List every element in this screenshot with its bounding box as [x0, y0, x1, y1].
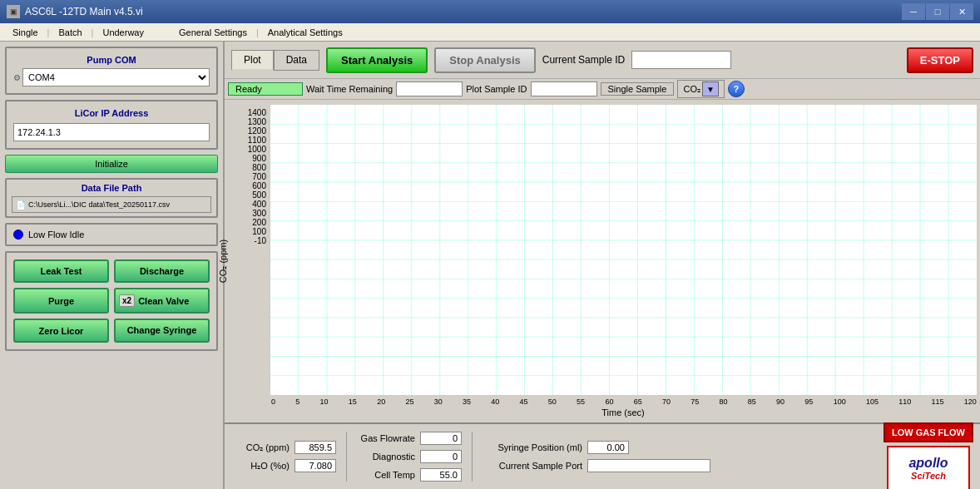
- zero-licor-button[interactable]: Zero Licor: [13, 319, 109, 343]
- status-label: Low Flow Idle: [28, 230, 84, 240]
- cell-temp-value: 55.0: [420, 468, 462, 482]
- menu-general-settings[interactable]: General Settings: [170, 23, 256, 41]
- info-button[interactable]: ?: [728, 81, 745, 97]
- maximize-button[interactable]: □: [926, 3, 949, 20]
- y-axis-labels: -10 100 200 300 400 500 600 700 800 900 …: [228, 105, 270, 249]
- button-grid: Leak Test Discharge Purge x2 Clean Valve…: [10, 256, 213, 346]
- licor-ip-input[interactable]: [13, 123, 210, 141]
- co2-value-label: CO₂ (ppm): [231, 442, 290, 453]
- sample-port-input[interactable]: [587, 459, 710, 472]
- pump-icon: ⚙: [13, 73, 21, 82]
- change-syringe-button[interactable]: Change Syringe: [114, 319, 210, 343]
- tab-group: Plot Data: [231, 50, 319, 71]
- licor-ip-label: LiCor IP Address: [13, 108, 210, 118]
- main-container: Pump COM ⚙ COM4 COM3 COM2 COM1 LiCor IP …: [0, 42, 980, 489]
- status-bar: Ready Wait Time Remaining Plot Sample ID…: [225, 78, 980, 100]
- left-panel: Pump COM ⚙ COM4 COM3 COM2 COM1 LiCor IP …: [0, 42, 225, 489]
- single-sample-button[interactable]: Single Sample: [601, 82, 675, 96]
- chart-wrapper: CO₂ (ppm) -10 100 200 300 400 500 600 70…: [228, 101, 977, 421]
- divider-1: [346, 432, 347, 482]
- diagnostic-row: Diagnostic 0: [357, 450, 462, 463]
- gas-flowrate-label: Gas Flowrate: [357, 433, 415, 443]
- divider-2: [472, 432, 473, 482]
- wait-time-input[interactable]: [396, 82, 463, 96]
- syringe-row: Syringe Position (ml) 0.00: [483, 441, 710, 454]
- chart-svg: [270, 105, 977, 395]
- plot-sample-input[interactable]: [531, 82, 597, 96]
- file-path-text: C:\Users\Li...\DIC data\Test_20250117.cs…: [28, 200, 170, 209]
- current-sample-input[interactable]: [631, 51, 731, 69]
- h2o-value-label: H₂O (%o): [231, 461, 290, 472]
- data-file-section: Data File Path 📄 C:\Users\Li...\DIC data…: [5, 178, 218, 218]
- toolbar: Plot Data Start Analysis Stop Analysis C…: [225, 42, 980, 78]
- data-panel: CO₂ (ppm) 859.5 H₂O (%o) 7.080 Gas Flowr…: [225, 422, 980, 489]
- estop-button[interactable]: E-STOP: [907, 47, 973, 73]
- chart-inner-container: 0 5 10 15 20 25 30 35 40 45 50 55 60 65: [270, 105, 977, 417]
- syringe-label: Syringe Position (ml): [483, 442, 582, 452]
- co2-label: CO₂: [683, 84, 700, 95]
- sample-port-row: Current Sample Port: [483, 459, 710, 472]
- data-file-path: 📄 C:\Users\Li...\DIC data\Test_20250117.…: [12, 196, 211, 213]
- minimize-button[interactable]: ─: [902, 3, 925, 20]
- sample-port-label: Current Sample Port: [483, 461, 582, 471]
- syringe-port-group: Syringe Position (ml) 0.00 Current Sampl…: [483, 441, 710, 472]
- menu-bar: Single | Batch | Underway General Settin…: [0, 23, 980, 42]
- action-buttons-section: Leak Test Discharge Purge x2 Clean Valve…: [5, 251, 218, 351]
- y-axis-area: CO₂ (ppm) -10 100 200 300 400 500 600 70…: [228, 105, 270, 417]
- diagnostic-label: Diagnostic: [357, 452, 415, 462]
- clean-valve-label: Clean Valve: [138, 296, 189, 306]
- ready-status: Ready: [228, 82, 303, 96]
- co2-value-display: 859.5: [294, 441, 336, 454]
- gas-diag-group: Gas Flowrate 0 Diagnostic 0 Cell Temp 55…: [357, 432, 462, 482]
- leak-test-button[interactable]: Leak Test: [13, 259, 109, 283]
- start-analysis-button[interactable]: Start Analysis: [326, 47, 428, 73]
- pump-com-selector: ⚙ COM4 COM3 COM2 COM1: [13, 68, 210, 86]
- status-indicator: [13, 230, 23, 240]
- right-panel: Plot Data Start Analysis Stop Analysis C…: [225, 42, 980, 489]
- h2o-row: H₂O (%o) 7.080: [231, 459, 336, 472]
- licor-ip-section: LiCor IP Address: [5, 100, 218, 150]
- gas-flowrate-row: Gas Flowrate 0: [357, 432, 462, 445]
- h2o-value-display: 7.080: [294, 459, 336, 472]
- status-section: Low Flow Idle: [5, 223, 218, 246]
- pump-com-select[interactable]: COM4 COM3 COM2 COM1: [22, 68, 210, 86]
- syringe-value: 0.00: [587, 441, 629, 454]
- clean-valve-button[interactable]: x2 Clean Valve: [114, 288, 210, 314]
- gas-flowrate-value: 0: [420, 432, 462, 445]
- purge-button[interactable]: Purge: [13, 288, 109, 314]
- cell-temp-row: Cell Temp 55.0: [357, 468, 462, 482]
- x-axis-labels: 0 5 10 15 20 25 30 35 40 45 50 55 60 65: [270, 396, 977, 408]
- x2-badge: x2: [119, 294, 135, 307]
- co2-toggle-button[interactable]: ▼: [702, 82, 719, 96]
- title-bar: ▣ ASC6L -12TD Main v4.5.vi ─ □ ✕: [0, 0, 980, 23]
- apollo-text: apollo: [908, 456, 948, 471]
- diagnostic-value: 0: [420, 450, 462, 463]
- menu-single[interactable]: Single: [3, 23, 47, 41]
- low-gas-flow-button[interactable]: LOW GAS FLOW: [883, 422, 973, 442]
- file-icon: 📄: [16, 200, 26, 210]
- menu-batch[interactable]: Batch: [49, 23, 91, 41]
- initialize-button[interactable]: Initialize: [5, 155, 218, 173]
- apollo-logo: apollo SciTech: [887, 446, 970, 490]
- co2-display: CO₂ ▼: [677, 80, 725, 98]
- chart-plot-area: [270, 105, 977, 396]
- menu-underway[interactable]: Underway: [93, 23, 153, 41]
- co2-h2o-group: CO₂ (ppm) 859.5 H₂O (%o) 7.080: [231, 441, 336, 472]
- close-button[interactable]: ✕: [950, 3, 973, 20]
- co2-row: CO₂ (ppm) 859.5: [231, 441, 336, 454]
- discharge-button[interactable]: Discharge: [114, 259, 210, 283]
- stop-analysis-button[interactable]: Stop Analysis: [434, 47, 535, 73]
- scitech-text: SciTech: [911, 471, 946, 481]
- tab-plot[interactable]: Plot: [231, 50, 274, 71]
- tab-data[interactable]: Data: [274, 50, 319, 71]
- window-controls: ─ □ ✕: [902, 3, 973, 20]
- data-file-label: Data File Path: [12, 183, 211, 193]
- right-data-group: LOW GAS FLOW apollo SciTech: [883, 422, 973, 490]
- current-sample-label: Current Sample ID: [542, 54, 625, 66]
- y-axis-label: CO₂ (ppm): [218, 240, 229, 283]
- pump-com-section: Pump COM ⚙ COM4 COM3 COM2 COM1: [5, 47, 218, 95]
- menu-analytical-settings[interactable]: Analytical Settings: [259, 23, 352, 41]
- plot-sample-field: Plot Sample ID: [466, 82, 596, 96]
- cell-temp-label: Cell Temp: [357, 470, 415, 480]
- pump-com-label: Pump COM: [13, 55, 210, 65]
